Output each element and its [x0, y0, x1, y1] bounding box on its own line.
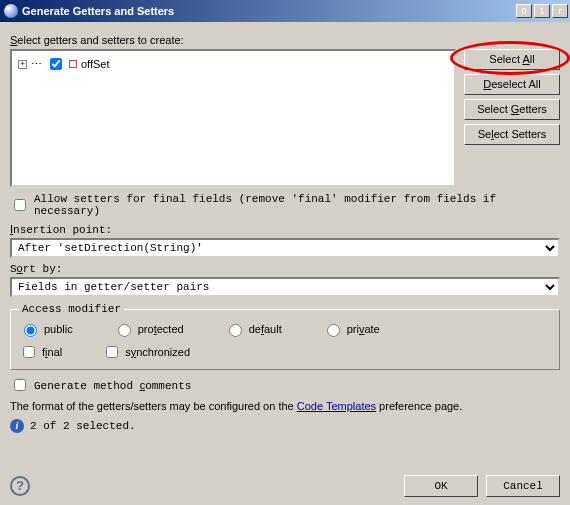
tree-item[interactable]: + ⋯ offSet — [18, 55, 448, 73]
select-setters-button[interactable]: Select Setters — [464, 124, 560, 145]
sort-by-select[interactable]: Fields in getter/setter pairs — [10, 277, 560, 297]
ok-button[interactable]: OK — [404, 475, 478, 497]
synchronized-checkbox[interactable]: synchronized — [102, 343, 190, 361]
public-radio[interactable]: public — [19, 321, 73, 337]
final-checkbox[interactable]: final — [19, 343, 62, 361]
select-getters-button[interactable]: Select Getters — [464, 99, 560, 120]
access-modifier-group: Access modifier public protected default… — [10, 303, 560, 370]
allow-setters-final-checkbox[interactable] — [14, 199, 26, 211]
select-all-button[interactable]: Select All — [464, 49, 560, 70]
code-templates-link[interactable]: Code Templates — [297, 400, 376, 412]
fields-tree[interactable]: + ⋯ offSet — [10, 49, 456, 187]
tree-item-label: offSet — [81, 58, 110, 70]
close-button[interactable]: r — [552, 4, 568, 18]
insertion-point-select[interactable]: After 'setDirection(String)' — [10, 238, 560, 258]
info-icon: i — [10, 419, 24, 433]
sort-by-label: Sort by: — [10, 262, 560, 275]
minimize-button[interactable]: 0 — [516, 4, 532, 18]
generate-comments-checkbox[interactable] — [14, 379, 26, 391]
help-button[interactable]: ? — [10, 476, 30, 496]
tree-item-checkbox[interactable] — [50, 58, 62, 70]
cancel-button[interactable]: Cancel — [486, 475, 560, 497]
generate-comments-label: Generate method comments — [34, 379, 191, 392]
protected-radio[interactable]: protected — [113, 321, 184, 337]
format-note: The format of the getters/setters may be… — [10, 400, 560, 413]
deselect-all-button[interactable]: Deselect All — [464, 74, 560, 95]
status-text: 2 of 2 selected. — [30, 420, 136, 432]
private-radio[interactable]: private — [322, 321, 380, 337]
field-icon — [69, 60, 77, 68]
expand-icon[interactable]: + — [18, 60, 27, 69]
access-modifier-legend: Access modifier — [19, 303, 124, 315]
insertion-point-label: Insertion point: — [10, 223, 560, 236]
window-icon — [4, 4, 18, 18]
select-label: Select getters and setters to create: — [10, 34, 560, 47]
default-radio[interactable]: default — [224, 321, 282, 337]
titlebar: Generate Getters and Setters 0 1 r — [0, 0, 570, 22]
maximize-button[interactable]: 1 — [534, 4, 550, 18]
allow-setters-final-label: Allow setters for final fields (remove '… — [34, 193, 560, 217]
window-title: Generate Getters and Setters — [22, 5, 516, 17]
